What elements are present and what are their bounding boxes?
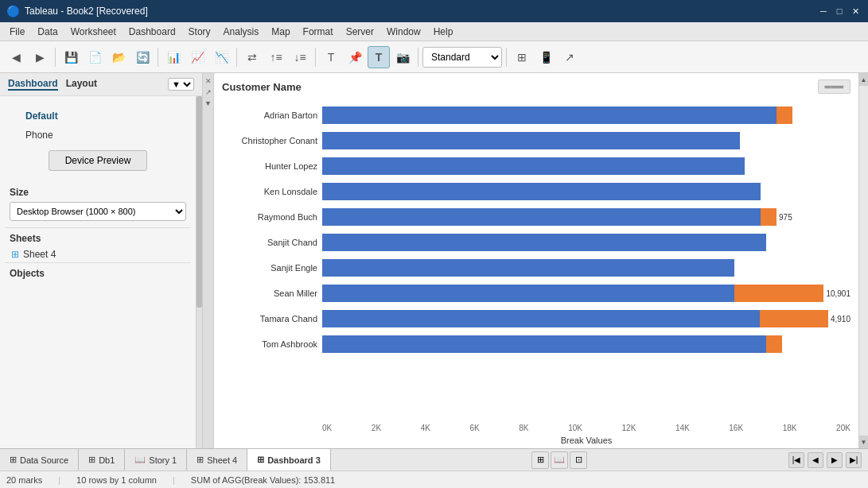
share-btn[interactable]: ↗ — [559, 46, 581, 68]
menu-worksheet[interactable]: Worksheet — [64, 25, 123, 39]
chart-title: Customer Name — [222, 81, 302, 93]
device-preview-button[interactable]: Device Preview — [49, 150, 148, 171]
panel-select[interactable]: ▼ — [168, 78, 194, 91]
camera-btn[interactable]: 📷 — [391, 46, 414, 68]
chart-btn-1[interactable]: 📊 — [162, 46, 185, 68]
bar-label: Sean Miller — [222, 289, 317, 298]
menu-data[interactable]: Data — [31, 25, 64, 39]
panel-tabs: Dashboard Layout — [8, 78, 97, 91]
close-button[interactable]: ✕ — [849, 5, 862, 17]
add-sheet-btn[interactable]: ⊞ — [531, 451, 549, 469]
standard-dropdown[interactable]: Standard — [422, 47, 502, 68]
sheet-icon: ⊞ — [11, 249, 19, 260]
bar-label: Ken Lonsdale — [222, 187, 317, 196]
size-select[interactable]: Desktop Browser (1000 × 800) — [10, 202, 186, 221]
menu-dashboard[interactable]: Dashboard — [123, 25, 182, 39]
sheet-item-4[interactable]: ⊞ Sheet 4 — [5, 246, 191, 262]
size-dropdown-wrap: Desktop Browser (1000 × 800) — [5, 200, 191, 227]
scroll-up-btn[interactable]: ▲ — [859, 73, 869, 86]
tab-layout[interactable]: Layout — [66, 78, 97, 91]
menu-story[interactable]: Story — [182, 25, 217, 39]
scroll-down-btn[interactable]: ▼ — [859, 436, 869, 448]
bar-track — [322, 259, 850, 277]
bar-label: Adrian Barton — [222, 110, 317, 120]
chart-btn-2[interactable]: 📈 — [186, 46, 208, 68]
collapse-arrow-btn[interactable]: ▼ — [204, 99, 213, 108]
bar-label: Hunter Lopez — [222, 161, 317, 171]
nav-arrows: |◀ ◀ ▶ ▶| — [788, 449, 868, 471]
device-btn[interactable]: 📱 — [535, 46, 557, 68]
new-button[interactable]: 📄 — [84, 46, 106, 68]
swap-btn[interactable]: ⇄ — [241, 46, 263, 68]
phone-device-btn[interactable]: Phone — [18, 126, 61, 144]
bar-chart: Adrian BartonChristopher ConantHunter Lo… — [222, 105, 850, 416]
scroll-track — [859, 86, 868, 436]
table-row: Hunter Lopez — [222, 156, 850, 176]
table-row: Adrian Barton — [222, 105, 850, 126]
menu-file[interactable]: File — [3, 25, 31, 39]
save-button[interactable]: 💾 — [60, 46, 82, 68]
nav-prev-btn[interactable]: ◀ — [808, 452, 823, 468]
add-dashboard-btn[interactable]: ⊡ — [570, 451, 587, 469]
nav-last-btn[interactable]: ▶| — [846, 452, 862, 468]
back-button[interactable]: ◀ — [5, 46, 27, 68]
right-scrollbar[interactable]: ▲ ▼ — [858, 73, 868, 448]
status-sum: SUM of AGG(Break Values): 153.811 — [191, 475, 335, 485]
status-sep-1: | — [58, 475, 60, 485]
menu-analysis[interactable]: Analysis — [217, 25, 266, 39]
panel-scroll-content: Default Phone Device Preview Size Deskto… — [0, 96, 196, 448]
x-axis-label: 12K — [622, 424, 636, 432]
bar-track — [322, 132, 850, 149]
refresh-button[interactable]: 🔄 — [131, 46, 154, 68]
bar-label: Sanjit Engle — [222, 263, 317, 273]
app-title: Tableau - Book2 [Recovered] — [25, 6, 148, 17]
tab-data-source[interactable]: ⊞ Data Source — [0, 449, 79, 471]
dashboard3-label: Dashboard 3 — [267, 455, 321, 465]
open-button[interactable]: 📂 — [107, 46, 130, 68]
menu-server[interactable]: Server — [340, 25, 380, 39]
table-row: Raymond Buch975 — [222, 207, 850, 227]
toolbar-sep-6 — [506, 48, 507, 67]
collapse-link-btn[interactable]: ↗ — [204, 87, 213, 97]
text-btn[interactable]: T — [368, 46, 390, 68]
tab-dashboard[interactable]: Dashboard — [8, 78, 58, 91]
collapse-close-btn[interactable]: ✕ — [204, 76, 213, 86]
status-bar: 20 marks | 10 rows by 1 column | SUM of … — [0, 471, 868, 488]
minimize-button[interactable]: ─ — [817, 5, 830, 17]
add-story-btn[interactable]: 📖 — [551, 451, 568, 469]
db1-icon: ⊞ — [88, 455, 95, 465]
menu-bar: File Data Worksheet Dashboard Story Anal… — [0, 22, 868, 41]
label-btn[interactable]: T — [320, 46, 342, 68]
toolbar-sep-4 — [315, 48, 316, 67]
tab-story1[interactable]: 📖 Story 1 — [125, 449, 187, 471]
toolbar-sep-2 — [158, 48, 158, 67]
menu-map[interactable]: Map — [265, 25, 296, 39]
tab-sheet4[interactable]: ⊞ Sheet 4 — [187, 449, 247, 471]
toolbar-sep-1 — [55, 48, 56, 67]
maximize-button[interactable]: □ — [833, 5, 846, 17]
left-panel: Dashboard Layout ▼ Default Phone Device … — [0, 73, 203, 448]
nav-first-btn[interactable]: |◀ — [788, 452, 804, 468]
objects-label: Objects — [5, 262, 191, 281]
forward-button[interactable]: ▶ — [29, 46, 51, 68]
status-marks: 20 marks — [6, 475, 42, 485]
presentation-btn[interactable]: ⊞ — [511, 46, 533, 68]
chart-btn-3[interactable]: 📉 — [210, 46, 232, 68]
pin-btn[interactable]: 📌 — [344, 46, 366, 68]
menu-help[interactable]: Help — [427, 25, 460, 39]
sort-asc-btn[interactable]: ↑≡ — [265, 46, 287, 68]
x-axis-label: 18K — [783, 424, 797, 432]
menu-format[interactable]: Format — [297, 25, 340, 39]
table-row: Sanjit Engle — [222, 258, 850, 278]
panel-scrollbar[interactable] — [196, 96, 202, 448]
panel-collapse-area: ✕ ↗ ▼ — [203, 73, 214, 448]
menu-window[interactable]: Window — [380, 25, 427, 39]
chart-area: Customer Name ═══ Adrian BartonChristoph… — [214, 73, 858, 448]
tab-db1[interactable]: ⊞ Db1 — [79, 449, 125, 471]
default-device-btn[interactable]: Default — [18, 107, 66, 125]
sort-desc-btn[interactable]: ↓≡ — [289, 46, 311, 68]
table-row: Tom Ashbrook — [222, 334, 850, 354]
tab-dashboard3[interactable]: ⊞ Dashboard 3 — [247, 449, 331, 471]
nav-next-btn[interactable]: ▶ — [827, 452, 843, 468]
bar-label: Sanjit Chand — [222, 238, 317, 247]
